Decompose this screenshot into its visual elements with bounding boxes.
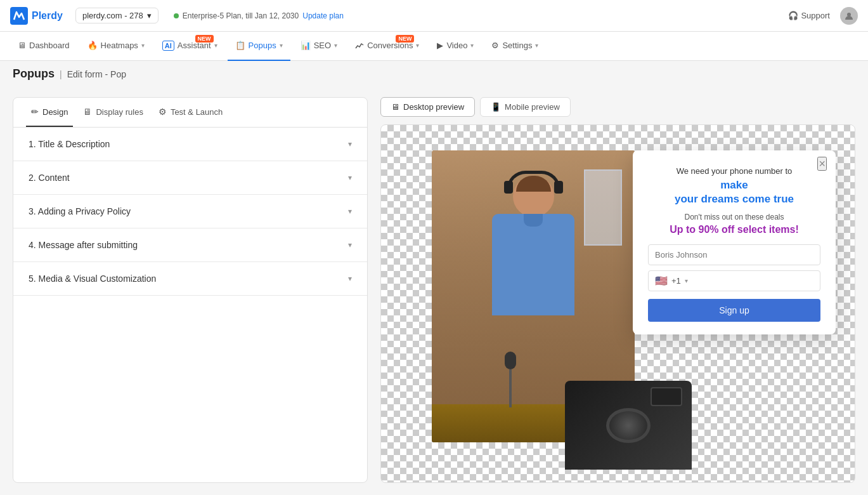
headphones-icon: 🎧 <box>788 11 798 20</box>
accordion-media-visual[interactable]: 5. Media & Visual Customization ▾ <box>13 262 367 296</box>
left-panel: ✏ Design 🖥 Display rules ⚙ Test & Launch… <box>13 97 368 483</box>
panel-tabs: ✏ Design 🖥 Display rules ⚙ Test & Launch <box>13 98 367 128</box>
popup-discount: Up to 90% off select items! <box>648 224 820 235</box>
heatmaps-chevron-icon: ▾ <box>141 42 145 49</box>
preview-controls: 🖥 Desktop preview 📱 Mobile preview <box>380 97 855 117</box>
conversions-new-badge: NEW <box>396 35 414 43</box>
main-navigation: 🖥 Dashboard 🔥 Heatmaps ▾ AI Assistant NE… <box>0 32 868 61</box>
video-chevron-icon: ▾ <box>470 42 474 49</box>
accordion-content[interactable]: 2. Content ▾ <box>13 161 367 195</box>
popup-close-button[interactable]: × <box>817 157 827 171</box>
settings-icon: ⚙ <box>491 41 499 50</box>
tab-design[interactable]: ✏ Design <box>26 98 73 127</box>
breadcrumb-sub: Edit form - Pop <box>67 69 126 79</box>
accordion-chevron-1: ▾ <box>348 173 352 182</box>
settings-chevron-icon: ▾ <box>535 42 538 49</box>
navbar-right: 🎧 Support <box>788 7 858 25</box>
conversions-icon <box>355 41 364 51</box>
desktop-preview-button[interactable]: 🖥 Desktop preview <box>380 97 475 117</box>
tab-display-rules[interactable]: 🖥 Display rules <box>78 98 148 127</box>
desktop-icon: 🖥 <box>391 102 399 112</box>
user-avatar[interactable] <box>840 7 858 25</box>
camera-overlay <box>565 381 692 482</box>
design-tab-icon: ✏ <box>31 107 39 117</box>
nav-item-settings[interactable]: ⚙ Settings ▾ <box>484 32 546 61</box>
accordion-chevron-0: ▾ <box>348 140 352 148</box>
breadcrumb: Popups | Edit form - Pop <box>0 61 868 87</box>
popup-subtitle: Don't miss out on these deals <box>648 213 820 221</box>
test-launch-tab-icon: ⚙ <box>159 107 167 117</box>
popups-icon: 📋 <box>235 41 245 50</box>
popup-title-bold: makeyour dreams come true <box>648 178 820 206</box>
nav-item-heatmaps[interactable]: 🔥 Heatmaps ▾ <box>80 32 152 61</box>
accordion-title-desc[interactable]: 1. Title & Description ▾ <box>13 128 367 161</box>
nav-item-seo[interactable]: 📊 SEO ▾ <box>293 32 345 61</box>
popup-modal: × We need your phone number to makeyour … <box>633 150 836 334</box>
seo-chevron-icon: ▾ <box>334 42 337 49</box>
mobile-icon: 📱 <box>491 102 501 112</box>
conversions-chevron-icon: ▾ <box>416 42 419 49</box>
support-button[interactable]: 🎧 Support <box>788 11 830 20</box>
tab-test-launch[interactable]: ⚙ Test & Launch <box>153 98 228 127</box>
ai-icon: AI <box>162 41 174 51</box>
accordion-chevron-3: ▾ <box>348 241 352 249</box>
mobile-preview-button[interactable]: 📱 Mobile preview <box>480 97 571 117</box>
nav-item-assistant[interactable]: AI Assistant NEW ▾ <box>155 32 225 61</box>
seo-icon: 📊 <box>301 41 311 50</box>
top-navbar: Plerdy plerdy.com - 278 ▾ Enterprise-5 P… <box>0 0 868 32</box>
flag-icon: 🇺🇸 <box>655 275 668 287</box>
accordion-privacy[interactable]: 3. Adding a Privacy Policy ▾ <box>13 195 367 228</box>
plan-info: Enterprise-5 Plan, till Jan 12, 2030 Upd… <box>174 11 344 20</box>
nav-item-dashboard[interactable]: 🖥 Dashboard <box>10 32 77 61</box>
accordion-chevron-4: ▾ <box>348 274 352 283</box>
assistant-chevron-icon: ▾ <box>214 42 217 49</box>
breadcrumb-main: Popups <box>13 67 55 81</box>
popup-name-input[interactable] <box>648 244 820 265</box>
popup-phone-row[interactable]: 🇺🇸 +1 ▾ <box>648 270 820 291</box>
video-icon: ▶ <box>437 41 443 50</box>
plan-status-dot <box>174 13 179 18</box>
content-area: ✏ Design 🖥 Display rules ⚙ Test & Launch… <box>0 87 868 493</box>
nav-item-video[interactable]: ▶ Video ▾ <box>429 32 481 61</box>
popups-chevron-icon: ▾ <box>280 42 283 49</box>
site-selector[interactable]: plerdy.com - 278 ▾ <box>75 8 159 23</box>
brand-logo[interactable]: Plerdy <box>10 7 63 25</box>
nav-item-conversions[interactable]: Conversions NEW ▾ <box>347 32 427 61</box>
update-plan-link[interactable]: Update plan <box>302 11 344 20</box>
popup-title-normal: We need your phone number to <box>648 166 820 177</box>
preview-canvas: × We need your phone number to makeyour … <box>380 124 855 483</box>
dashboard-icon: 🖥 <box>18 41 26 50</box>
breadcrumb-separator: | <box>60 69 62 79</box>
assistant-new-badge: NEW <box>195 35 214 43</box>
display-rules-tab-icon: 🖥 <box>83 107 92 117</box>
heatmaps-icon: 🔥 <box>87 41 98 50</box>
nav-item-popups[interactable]: 📋 Popups ▾ <box>228 32 290 61</box>
accordion-message-after[interactable]: 4. Message after submitting ▾ <box>13 228 367 262</box>
accordion-chevron-2: ▾ <box>348 207 352 216</box>
popup-submit-button[interactable]: Sign up <box>648 299 820 322</box>
right-panel: 🖥 Desktop preview 📱 Mobile preview <box>380 97 855 483</box>
